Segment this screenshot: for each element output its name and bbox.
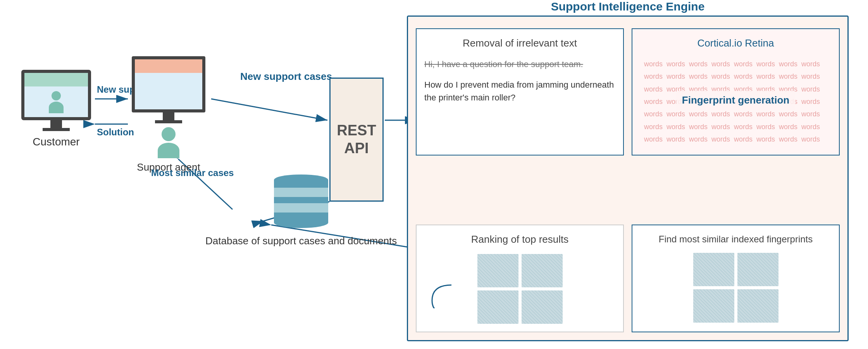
engine-title-line2: Support Intelligence Engine [408, 0, 847, 14]
removal-normal-text: How do I prevent media from jamming unde… [424, 78, 615, 104]
agent-monitor-stand [163, 112, 174, 120]
agent-body [158, 143, 179, 158]
db-stripe-1 [274, 188, 328, 197]
find-fp-cell-4 [737, 289, 778, 323]
diagram-container: Customer New support request Solution Su… [0, 0, 868, 349]
removal-strikethrough: Hi, I have a question for the support te… [424, 58, 615, 71]
agent-head [162, 127, 176, 141]
fp-cell-1 [477, 254, 518, 287]
db-label: Database of support cases and documents [205, 234, 397, 248]
find-fingerprint-grid [693, 253, 778, 323]
ranking-curved-arrow [428, 277, 459, 308]
rest-api-label: REST API [331, 122, 382, 157]
removal-title: Removal of irrelevant text [424, 37, 615, 50]
monitor-bottom [24, 86, 88, 117]
fp-cell-3 [477, 290, 518, 324]
db-stripe-2 [274, 203, 328, 213]
ranking-grid-container [424, 254, 615, 324]
fp-cell-4 [522, 290, 563, 324]
engine-title: Cortical.io Support Intelligence Engine [408, 0, 847, 14]
engine-outer: Cortical.io Support Intelligence Engine … [407, 16, 849, 341]
engine-top-row: Removal of irrelevant text Hi, I have a … [416, 28, 840, 155]
new-support-cases-label: New support cases [240, 70, 332, 83]
customer-label: Customer [12, 136, 101, 148]
monitor-stand [50, 120, 62, 128]
find-title: Find most similar indexed fingerprints [640, 233, 831, 245]
removal-box: Removal of irrelevant text Hi, I have a … [416, 28, 624, 155]
agent-monitor [132, 56, 205, 112]
monitor-base [43, 128, 70, 131]
fp-cell-2 [522, 254, 563, 287]
customer-monitor [21, 70, 91, 120]
agent-monitor-bottom [135, 73, 202, 109]
db-body [274, 180, 328, 223]
person-head [52, 91, 61, 100]
retina-box: Cortical.io Retina words words words wor… [632, 28, 840, 155]
agent-monitor-top [135, 59, 202, 73]
retina-content: words words words words words words word… [640, 54, 831, 147]
svg-line-4 [211, 99, 327, 120]
database-block: Database of support cases and documents [205, 174, 397, 248]
agent-block: Support agent [128, 56, 209, 173]
agent-monitor-base [155, 120, 182, 123]
customer-block: Customer [12, 70, 101, 148]
retina-fingerprint-label: Fingerprint generation [676, 91, 795, 110]
find-fp-cell-3 [693, 289, 734, 323]
monitor-top [24, 73, 88, 86]
db-cylinder [274, 174, 328, 228]
customer-avatar [46, 91, 66, 112]
ranking-box: Ranking of top results [416, 225, 624, 332]
find-fp-cell-1 [693, 253, 734, 286]
ranking-title: Ranking of top results [424, 233, 615, 246]
person-body [49, 102, 64, 113]
retina-header: Cortical.io Retina [640, 37, 831, 50]
find-box: Find most similar indexed fingerprints [632, 225, 840, 332]
find-fp-cell-2 [737, 253, 778, 286]
engine-bottom-row: Ranking of top results Find most [416, 225, 840, 332]
ranking-fingerprint-grid [477, 254, 563, 324]
retina-title-container: Fingerprint generation [640, 54, 831, 147]
